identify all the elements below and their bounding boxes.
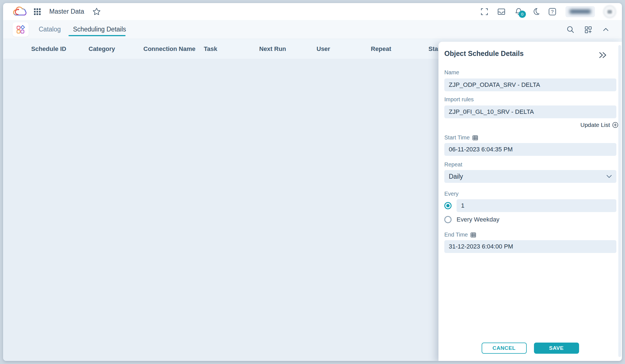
repeat-select[interactable]: Daily — [444, 170, 616, 183]
column-next-run[interactable]: Next Run — [259, 39, 286, 59]
every-weekday-radio[interactable] — [444, 216, 452, 223]
column-task[interactable]: Task — [204, 39, 217, 59]
tab-scheduling-details[interactable]: Scheduling Details — [67, 20, 132, 39]
search-icon[interactable] — [566, 25, 575, 34]
dark-mode-moon-icon[interactable] — [531, 8, 540, 16]
inbox-icon[interactable] — [497, 8, 506, 16]
every-weekday-option: Every Weekday — [444, 216, 616, 223]
every-interval-input[interactable] — [457, 199, 616, 212]
tab-scheduling-details-label: Scheduling Details — [73, 26, 126, 33]
column-schedule-id[interactable]: Schedule ID — [31, 39, 66, 59]
help-icon[interactable]: ? — [548, 8, 557, 16]
start-time-label: Start Time — [444, 134, 470, 141]
update-list-label: Update List — [580, 122, 610, 128]
cancel-button[interactable]: CANCEL — [482, 343, 527, 354]
panel-footer-buttons: CANCEL SAVE — [438, 343, 622, 354]
tab-catalog-label: Catalog — [39, 26, 61, 33]
column-category[interactable]: Category — [89, 39, 115, 59]
collapse-toolbar-chevron-up-icon[interactable] — [602, 26, 610, 33]
calendar-icon[interactable] — [470, 232, 476, 238]
repeat-label: Repeat — [444, 161, 616, 168]
fullscreen-icon[interactable] — [480, 8, 489, 16]
repeat-selected-value: Daily — [449, 173, 463, 180]
favorite-star-icon[interactable] — [92, 8, 101, 16]
save-button[interactable]: SAVE — [534, 343, 579, 354]
blurred-initials — [607, 10, 612, 14]
tab-list: Catalog Scheduling Details — [33, 20, 132, 39]
chevron-down-icon — [606, 175, 612, 178]
user-name-redacted[interactable] — [565, 6, 595, 17]
page-title: Master Data — [49, 8, 84, 15]
blurred-username — [570, 9, 591, 14]
notification-badge: 0 — [519, 11, 526, 18]
every-interval-radio[interactable] — [444, 202, 452, 209]
circle-plus-icon — [612, 122, 619, 128]
top-header: Master Data — [3, 3, 622, 20]
svg-text:?: ? — [551, 9, 553, 14]
calendar-icon[interactable] — [472, 135, 478, 141]
column-connection-name[interactable]: Connection Name — [143, 39, 195, 59]
tab-catalog[interactable]: Catalog — [33, 20, 67, 39]
every-label: Every — [444, 191, 616, 197]
import-rules-label: Import rules — [444, 96, 616, 103]
end-time-label: End Time — [444, 232, 468, 238]
end-time-label-row: End Time — [444, 232, 616, 238]
apps-grid-icon[interactable] — [34, 8, 41, 15]
column-repeat[interactable]: Repeat — [371, 39, 391, 59]
panel-scrollbar[interactable] — [618, 45, 621, 357]
collapse-panel-double-chevron-icon[interactable] — [598, 51, 607, 59]
tab-bar: Catalog Scheduling Details — [3, 20, 622, 39]
name-label: Name — [444, 69, 616, 76]
object-schedule-details-panel: Object Schedule Details Name Import rule… — [438, 42, 622, 361]
cloud-logo-icon — [12, 6, 28, 18]
import-rules-input[interactable] — [444, 105, 616, 118]
avatar[interactable] — [603, 5, 616, 18]
column-user[interactable]: User — [317, 39, 330, 59]
panel-title: Object Schedule Details — [444, 50, 616, 58]
start-time-label-row: Start Time — [444, 134, 616, 141]
app-window: Master Data — [3, 3, 622, 361]
notifications-bell-icon[interactable]: 0 — [514, 7, 523, 16]
catalog-shapes-icon[interactable] — [13, 22, 29, 37]
update-list-link[interactable]: Update List — [444, 121, 619, 129]
every-interval-option — [444, 199, 616, 212]
name-input[interactable] — [444, 78, 616, 91]
end-time-input[interactable] — [444, 240, 616, 253]
add-widget-icon[interactable] — [584, 25, 592, 34]
every-weekday-label: Every Weekday — [457, 216, 499, 223]
start-time-input[interactable] — [444, 143, 616, 156]
